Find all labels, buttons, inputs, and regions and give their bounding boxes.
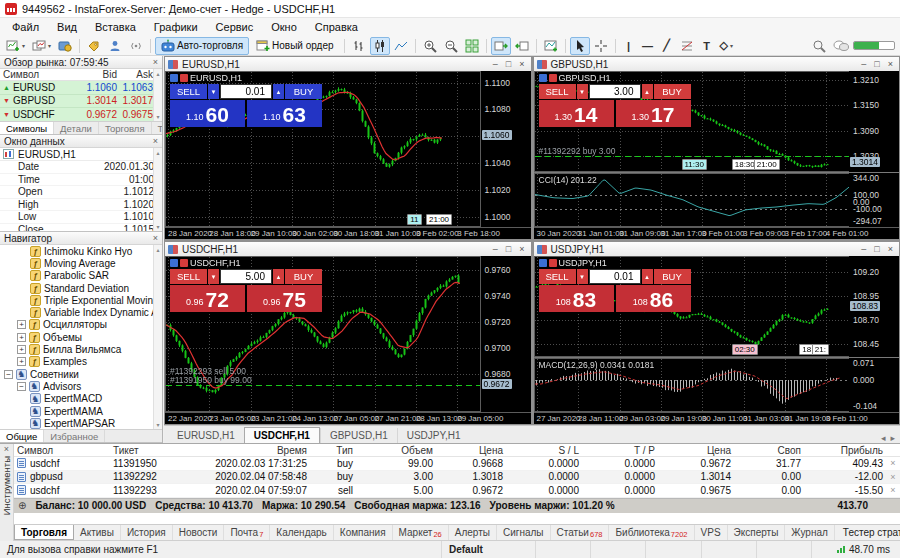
expand-icon[interactable]: + [17, 345, 26, 354]
column-header[interactable]: Тип [310, 445, 356, 456]
fibonacci-tool-button[interactable] [677, 37, 697, 55]
order-row[interactable]: usdchf113919502020.02.03 17:31:25buy99.0… [14, 457, 900, 471]
minimize-button[interactable]: – [493, 59, 498, 69]
column-header[interactable]: Своп [734, 445, 804, 456]
collapse-icon[interactable]: − [4, 370, 13, 379]
volume-input[interactable]: 0.01 [589, 269, 641, 284]
horizontal-line-tool-button[interactable]: — [639, 37, 657, 55]
bar-chart-mode-button[interactable] [349, 37, 369, 55]
buy-button[interactable]: BUY [654, 84, 691, 99]
panel-tab[interactable]: Тик [152, 122, 162, 134]
buy-button[interactable]: BUY [285, 269, 322, 284]
terminal-side-tab[interactable]: Инструменты [1, 456, 12, 515]
buy-price[interactable]: 1.1063 [247, 100, 322, 127]
auto-scroll-button[interactable] [491, 37, 511, 55]
shapes-tool-button[interactable]: ◇ ▾ [717, 37, 736, 55]
time-axis[interactable]: 30 Jan 202031 Jan 01:0031 Jan 09:0031 Ja… [534, 227, 900, 239]
expand-icon[interactable]: + [17, 320, 26, 329]
indicator-chart[interactable]: MACD(12,26,9) 0.0341 0.0181 [534, 358, 850, 412]
auto-trading-button[interactable]: Авто-торговля [155, 37, 249, 55]
maximize-button[interactable]: □ [506, 59, 511, 69]
navigator-item[interactable]: ƒParabolic SAR [0, 270, 162, 282]
indicator-axis[interactable]: 344.00100.000.00-100.00-294.07 [849, 173, 899, 227]
close-button[interactable]: × [888, 244, 893, 254]
price-chart[interactable]: EURUSD,H1SELL▼0.01▲BUY1.10601.10631121:0… [165, 71, 481, 227]
navigator-item[interactable]: −♞Советники [0, 368, 162, 380]
volume-up-button[interactable]: ▲ [273, 269, 284, 284]
new-chart-button[interactable]: ▾ [3, 37, 28, 55]
chat-button[interactable] [830, 37, 852, 55]
profiles-button[interactable]: ▾ [29, 37, 54, 55]
terminal-tab[interactable]: VPS [695, 525, 728, 540]
zoom-out-button[interactable] [441, 37, 461, 55]
volume-down-button[interactable]: ▼ [577, 269, 588, 284]
volume-down-button[interactable]: ▼ [577, 84, 588, 99]
scroll-up-icon[interactable]: ▴ [156, 149, 159, 156]
close-order-button[interactable]: × [886, 458, 900, 468]
navigator-caption[interactable]: Навигатор × [0, 232, 162, 245]
price-axis[interactable]: 1.32101.31501.30901.30301.3014 [849, 71, 899, 172]
navigator-item[interactable]: +ƒБилла Вильямса [0, 343, 162, 355]
volume-down-button[interactable]: ▼ [208, 269, 219, 284]
close-button[interactable]: × [519, 244, 524, 254]
column-header[interactable]: Цена [436, 445, 506, 456]
navigator-item[interactable]: ƒTriple Exponential Movin [0, 294, 162, 306]
navigator-item[interactable]: +ƒОсцилляторы [0, 319, 162, 331]
volume-input[interactable]: 3.00 [589, 84, 641, 99]
menu-item[interactable]: Вид [48, 19, 86, 35]
terminal-tab[interactable]: Торговля [14, 525, 74, 540]
column-header[interactable]: T / P [582, 445, 658, 456]
chart-tab[interactable]: USDCHF,H1 [244, 427, 320, 443]
price-chart[interactable]: USDCHF,H1SELL▼5.00▲BUY0.96720.9675#11392… [165, 256, 481, 412]
chart-window-titlebar[interactable]: USDCHF,H1–□× [165, 242, 531, 256]
tab-scroll-right-icon[interactable]: ▸ [890, 433, 895, 443]
menu-item[interactable]: Справка [306, 19, 367, 35]
menu-item[interactable]: Окно [262, 19, 306, 35]
scroll-up-icon[interactable]: ▴ [156, 246, 159, 253]
line-chart-mode-button[interactable] [391, 37, 411, 55]
sell-button[interactable]: SELL [539, 269, 576, 284]
tab-scroll-left-icon[interactable]: ◂ [881, 433, 886, 443]
sell-button[interactable]: SELL [170, 84, 207, 99]
close-button[interactable]: × [888, 59, 893, 69]
terminal-tab[interactable]: Эксперты [728, 525, 786, 540]
sell-price[interactable]: 1.1060 [170, 100, 245, 127]
data-window-scrollbar[interactable]: ▴ ▾ [153, 148, 162, 231]
minimize-button[interactable]: – [493, 244, 498, 254]
column-header[interactable]: Символ [14, 445, 110, 456]
expand-icon[interactable]: + [17, 333, 26, 342]
chart-window-titlebar[interactable]: GBPUSD,H1–□× [534, 57, 900, 71]
menu-item[interactable]: Вставка [86, 19, 145, 35]
sell-button[interactable]: SELL [539, 84, 576, 99]
terminal-tab[interactable]: Журнал [785, 525, 835, 540]
navigator-scrollbar[interactable]: ▴▾ [153, 245, 162, 429]
minimize-button[interactable]: – [861, 244, 866, 254]
volume-up-button[interactable]: ▲ [642, 84, 653, 99]
maximize-button[interactable]: □ [874, 244, 879, 254]
chart-tab[interactable]: USDJPY,H1 [397, 428, 470, 443]
column-header[interactable]: Время [180, 445, 310, 456]
trendline-tool-button[interactable]: ╱ [658, 37, 676, 55]
price-axis[interactable]: 0.97600.97400.97200.97000.96800.9672 [481, 256, 531, 412]
maximize-button[interactable]: □ [506, 244, 511, 254]
menu-item[interactable]: Графики [145, 19, 207, 35]
chart-tab[interactable]: EURUSD,H1 [168, 428, 244, 443]
signals-button[interactable] [126, 37, 146, 55]
volume-input[interactable]: 0.01 [220, 84, 272, 99]
navigator-item[interactable]: −♞Advisors [0, 380, 162, 392]
scroll-down-icon[interactable]: ▾ [156, 113, 159, 120]
deposit-button[interactable] [55, 37, 75, 55]
price-chart[interactable]: GBPUSD,H1SELL▼3.00▲BUY1.30141.3017#11392… [534, 71, 850, 172]
panel-tab[interactable]: Символы [0, 122, 54, 134]
price-chart[interactable]: USDJPY,H1SELL▼0.01▲BUY108831088602:30182… [534, 256, 850, 357]
menu-item[interactable]: Файл [3, 19, 48, 35]
buy-price[interactable]: 10886 [616, 285, 691, 312]
price-axis[interactable]: 109.20108.95108.70108.45108.83 [849, 256, 899, 357]
navigator-item[interactable]: ƒIchimoku Kinko Hyo [0, 245, 162, 257]
market-watch-scrollbar[interactable]: ▴ ▾ [153, 69, 162, 121]
sell-price[interactable]: 10883 [539, 285, 614, 312]
chart-shift-button[interactable] [512, 37, 532, 55]
panel-tab[interactable]: Детали [54, 122, 99, 134]
volume-input[interactable]: 5.00 [220, 269, 272, 284]
time-axis[interactable]: 22 Jan 202023 Jan 05:0023 Jan 21:0024 Ja… [165, 412, 531, 424]
